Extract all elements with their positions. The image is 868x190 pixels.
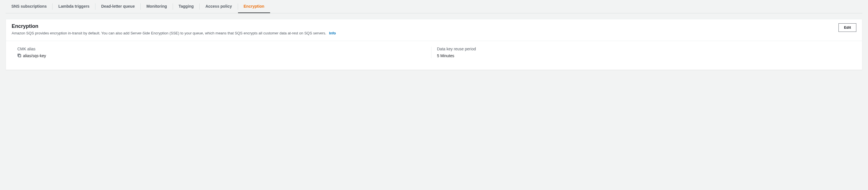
panel-body: CMK alias alias/sqs-key Data key reuse p… <box>6 41 862 70</box>
panel-description-row: Amazon SQS provides encryption in-transi… <box>12 30 838 36</box>
cmk-alias-label: CMK alias <box>17 47 426 51</box>
panel-header-text: Encryption Amazon SQS provides encryptio… <box>12 23 838 36</box>
panel-description: Amazon SQS provides encryption in-transi… <box>12 31 327 35</box>
encryption-panel: Encryption Amazon SQS provides encryptio… <box>6 19 862 70</box>
detail-tabs: SNS subscriptions Lambda triggers Dead-l… <box>6 0 862 13</box>
reuse-period-value: 5 Minutes <box>437 53 845 58</box>
tab-lambda-triggers[interactable]: Lambda triggers <box>53 0 95 13</box>
cmk-alias-value-row: alias/sqs-key <box>17 53 426 58</box>
cmk-alias-value: alias/sqs-key <box>23 53 46 58</box>
tab-tagging[interactable]: Tagging <box>173 0 199 13</box>
tab-encryption[interactable]: Encryption <box>238 0 270 13</box>
panel-title: Encryption <box>12 23 838 29</box>
copy-icon[interactable] <box>17 53 21 58</box>
tab-sns-subscriptions[interactable]: SNS subscriptions <box>6 0 52 13</box>
col-reuse-period: Data key reuse period 5 Minutes <box>431 47 851 58</box>
reuse-period-label: Data key reuse period <box>437 47 845 51</box>
info-link[interactable]: Info <box>329 31 336 35</box>
col-cmk-alias: CMK alias alias/sqs-key <box>17 47 431 58</box>
tab-monitoring[interactable]: Monitoring <box>141 0 173 13</box>
edit-button[interactable]: Edit <box>838 23 856 32</box>
panel-header: Encryption Amazon SQS provides encryptio… <box>6 19 862 41</box>
tab-access-policy[interactable]: Access policy <box>200 0 238 13</box>
tab-dead-letter-queue[interactable]: Dead-letter queue <box>95 0 140 13</box>
svg-rect-0 <box>19 55 21 57</box>
